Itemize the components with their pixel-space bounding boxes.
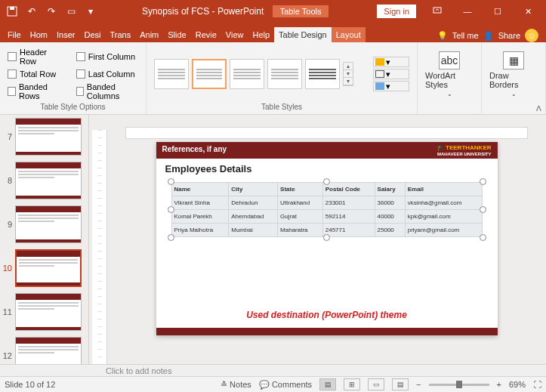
total-row-checkbox[interactable]: Total Row <box>8 69 66 79</box>
slide-caption: Used destination (PowerPoint) theme <box>156 310 498 320</box>
save-button[interactable] <box>3 2 21 20</box>
slide-editor: References, if any 🎓 TEERTHANKERMAHAVEER… <box>89 115 546 364</box>
tellme-icon: 💡 <box>437 31 448 41</box>
table-style-thumb[interactable] <box>230 59 264 89</box>
minimize-button[interactable]: ― <box>452 0 483 23</box>
wordart-styles-button[interactable]: abcWordArt Styles⌄ <box>425 47 474 97</box>
draw-borders-group: ▦Draw Borders⌄ <box>482 42 546 114</box>
employees-table[interactable]: NameCityStatePostal CodeSalaryEmailVikra… <box>171 182 483 237</box>
group-label: Table Styles <box>154 101 409 113</box>
tab-animations[interactable]: Anim <box>135 27 163 42</box>
resize-handle[interactable] <box>168 178 174 185</box>
zoom-in-button[interactable]: + <box>497 380 501 389</box>
svg-rect-1 <box>10 7 14 10</box>
zoom-out-button[interactable]: − <box>416 380 421 389</box>
tab-transitions[interactable]: Trans <box>105 27 135 42</box>
slide-thumbnail[interactable]: 10 <box>2 249 87 287</box>
tab-insert[interactable]: Inser <box>52 27 79 42</box>
slide-canvas[interactable]: References, if any 🎓 TEERTHANKERMAHAVEER… <box>156 142 498 335</box>
document-title: Synopsis of FCS - PowerPoint Table Tools <box>100 6 371 17</box>
tab-design[interactable]: Desi <box>79 27 105 42</box>
wordart-styles-group: abcWordArt Styles⌄ <box>418 42 482 114</box>
statusbar: Slide 10 of 12 ≛ Notes 💬 Comments ▤ ⊞ ▭ … <box>0 376 546 392</box>
table-style-thumb[interactable] <box>154 59 189 89</box>
comments-toggle[interactable]: 💬 Comments <box>259 380 312 390</box>
slide-thumbnail[interactable]: 12 <box>2 337 87 364</box>
undo-button[interactable]: ↶ <box>23 2 41 20</box>
workspace: 789101112 References, if any 🎓 TEERTHANK… <box>0 115 546 364</box>
titlebar: ↶ ↷ ▭ ▾ Synopsis of FCS - PowerPoint Tab… <box>0 0 546 23</box>
slide-thumbnail[interactable]: 8 <box>2 162 87 199</box>
svg-rect-2 <box>433 8 441 13</box>
tab-view[interactable]: View <box>221 27 248 42</box>
tab-layout[interactable]: Layout <box>332 27 366 42</box>
table-style-thumb[interactable] <box>267 59 302 89</box>
feedback-icon[interactable]: ☺ <box>525 29 538 42</box>
group-label: Table Style Options <box>8 101 138 113</box>
context-tab-label: Table Tools <box>273 5 329 17</box>
start-from-beginning-button[interactable]: ▭ <box>62 2 80 20</box>
resize-handle[interactable] <box>323 234 330 241</box>
table-styles-group: ▴▾▾ ▾ ▾ ▾ Table Styles <box>147 42 418 114</box>
banded-rows-checkbox[interactable]: Banded Rows <box>8 82 66 101</box>
slide-thumbnails[interactable]: 789101112 <box>0 115 89 364</box>
slide-counter: Slide 10 of 12 <box>5 380 55 389</box>
tab-table-design[interactable]: Table Design <box>274 27 332 42</box>
university-logo: 🎓 TEERTHANKERMAHAVEER UNIVERSITY <box>436 145 492 156</box>
notes-toggle[interactable]: ≛ Notes <box>221 380 251 390</box>
table-style-thumb[interactable] <box>192 59 227 89</box>
slide-header-label: References, if any <box>162 145 227 156</box>
resize-handle[interactable] <box>480 206 486 213</box>
share-icon: 👤 <box>483 31 494 41</box>
tab-slideshow[interactable]: Slide <box>163 27 190 42</box>
collapse-ribbon-button[interactable]: ᐱ <box>536 104 541 113</box>
shading-button[interactable]: ▾ <box>373 57 409 67</box>
normal-view-button[interactable]: ▤ <box>319 378 336 390</box>
reading-view-button[interactable]: ▭ <box>368 378 384 390</box>
horizontal-ruler <box>125 127 528 139</box>
slide-thumbnail[interactable]: 9 <box>2 205 87 243</box>
zoom-slider[interactable] <box>429 384 489 386</box>
header-row-checkbox[interactable]: Header Row <box>8 47 66 66</box>
resize-handle[interactable] <box>480 234 486 241</box>
last-column-checkbox[interactable]: Last Column <box>76 69 138 79</box>
notes-pane[interactable]: Click to add notes <box>0 364 546 376</box>
redo-button[interactable]: ↷ <box>42 2 60 20</box>
resize-handle[interactable] <box>323 178 330 185</box>
signin-button[interactable]: Sign in <box>377 5 416 18</box>
share-button[interactable]: Share <box>498 31 520 40</box>
tellme[interactable]: Tell me <box>452 31 479 40</box>
draw-borders-button[interactable]: ▦Draw Borders⌄ <box>489 47 538 97</box>
slideshow-view-button[interactable]: ▤ <box>392 378 409 390</box>
tab-review[interactable]: Revie <box>191 27 221 42</box>
slide-thumbnail[interactable]: 7 <box>2 118 87 156</box>
ribbon-tabs: File Hom Inser Desi Trans Anim Slide Rev… <box>0 23 546 42</box>
ribbon: Header Row First Column Total Row Last C… <box>0 42 546 115</box>
tab-help[interactable]: Help <box>248 27 274 42</box>
sorter-view-button[interactable]: ⊞ <box>344 378 360 390</box>
fit-to-window-button[interactable]: ⛶ <box>533 380 541 389</box>
close-button[interactable]: ✕ <box>513 0 543 23</box>
slide-title[interactable]: Employees Details <box>156 159 498 179</box>
table-style-thumb[interactable] <box>305 59 340 89</box>
qat-more-button[interactable]: ▾ <box>82 2 100 20</box>
slide-thumbnail[interactable]: 11 <box>2 293 87 331</box>
table-styles-more[interactable]: ▴▾▾ <box>343 62 353 86</box>
tab-file[interactable]: File <box>3 27 26 42</box>
borders-button[interactable]: ▾ <box>373 69 409 79</box>
zoom-percent[interactable]: 69% <box>509 380 526 389</box>
resize-handle[interactable] <box>168 206 174 213</box>
slide-footer-bar <box>156 328 498 335</box>
table-style-options-group: Header Row First Column Total Row Last C… <box>0 42 147 114</box>
table-selection[interactable]: NameCityStatePostal CodeSalaryEmailVikra… <box>171 182 483 237</box>
maximize-button[interactable]: ☐ <box>483 0 513 23</box>
banded-columns-checkbox[interactable]: Banded Columns <box>76 82 138 101</box>
effects-button[interactable]: ▾ <box>373 81 409 91</box>
tab-home[interactable]: Hom <box>26 27 52 42</box>
vertical-ruler <box>92 130 107 364</box>
resize-handle[interactable] <box>168 234 174 241</box>
first-column-checkbox[interactable]: First Column <box>76 47 138 66</box>
resize-handle[interactable] <box>480 178 486 185</box>
ribbon-options-button[interactable] <box>422 0 452 23</box>
